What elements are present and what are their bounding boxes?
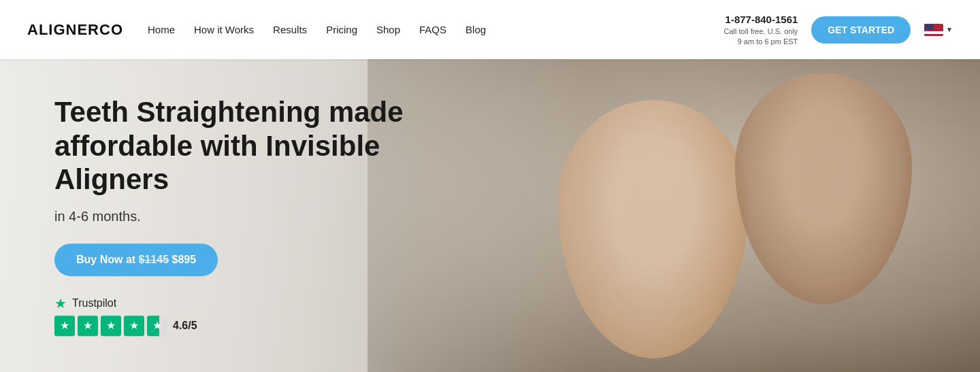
nav-item-how-it-works[interactable]: How it Works xyxy=(194,24,254,36)
star-5-half: ★ xyxy=(147,316,167,336)
sale-price: $895 xyxy=(172,254,197,265)
get-started-button[interactable]: GET STARTED xyxy=(811,16,911,44)
hero-section: Teeth Straightening made affordable with… xyxy=(0,59,980,372)
rating-label: 4.6/5 xyxy=(173,320,197,332)
nav-link-how-it-works[interactable]: How it Works xyxy=(194,24,254,35)
star-2: ★ xyxy=(78,316,98,336)
navbar: ALIGNERCO Home How it Works Results Pric… xyxy=(0,0,980,59)
nav-item-results[interactable]: Results xyxy=(273,24,307,36)
phone-number: 1-877-840-1561 xyxy=(724,12,798,27)
star-1: ★ xyxy=(54,316,75,336)
chevron-down-icon: ▼ xyxy=(946,26,953,33)
star-3: ★ xyxy=(101,316,121,336)
trustpilot-row: ★ Trustpilot xyxy=(54,295,436,311)
star-4: ★ xyxy=(124,316,144,336)
nav-link-home[interactable]: Home xyxy=(148,24,175,35)
navbar-right: 1-877-840-1561 Call toll free, U.S. only… xyxy=(724,12,953,48)
nav-link-results[interactable]: Results xyxy=(273,24,307,35)
nav-item-faqs[interactable]: FAQS xyxy=(419,24,446,36)
us-flag-icon xyxy=(924,24,943,36)
nav-item-pricing[interactable]: Pricing xyxy=(326,24,357,36)
original-price: $1145 xyxy=(139,254,169,265)
navbar-left: ALIGNERCO Home How it Works Results Pric… xyxy=(27,21,486,39)
hero-headline: Teeth Straightening made affordable with… xyxy=(54,95,436,197)
nav-item-home[interactable]: Home xyxy=(148,24,175,36)
trustpilot-label: Trustpilot xyxy=(72,297,116,309)
hero-subline: in 4-6 months. xyxy=(54,209,436,224)
trustpilot-star-icon: ★ xyxy=(54,295,67,311)
buy-now-button[interactable]: Buy Now at $1145 $895 xyxy=(54,243,218,276)
nav-item-blog[interactable]: Blog xyxy=(466,24,486,36)
contact-info: 1-877-840-1561 Call toll free, U.S. only… xyxy=(724,12,798,48)
nav-link-pricing[interactable]: Pricing xyxy=(326,24,357,35)
brand-logo[interactable]: ALIGNERCO xyxy=(27,21,123,39)
call-info-line2: 9 am to 6 pm EST xyxy=(724,37,798,47)
call-info-line1: Call toll free, U.S. only xyxy=(724,27,798,37)
language-selector[interactable]: ▼ xyxy=(924,24,953,36)
nav-link-shop[interactable]: Shop xyxy=(376,24,400,35)
hero-content: Teeth Straightening made affordable with… xyxy=(54,95,436,336)
nav-link-blog[interactable]: Blog xyxy=(466,24,486,35)
nav-links: Home How it Works Results Pricing Shop F… xyxy=(148,24,486,36)
stars-row: ★ ★ ★ ★ ★ 4.6/5 xyxy=(54,316,436,336)
nav-link-faqs[interactable]: FAQS xyxy=(419,24,446,35)
buy-button-prefix: Buy Now at xyxy=(76,254,139,265)
nav-item-shop[interactable]: Shop xyxy=(376,24,400,36)
